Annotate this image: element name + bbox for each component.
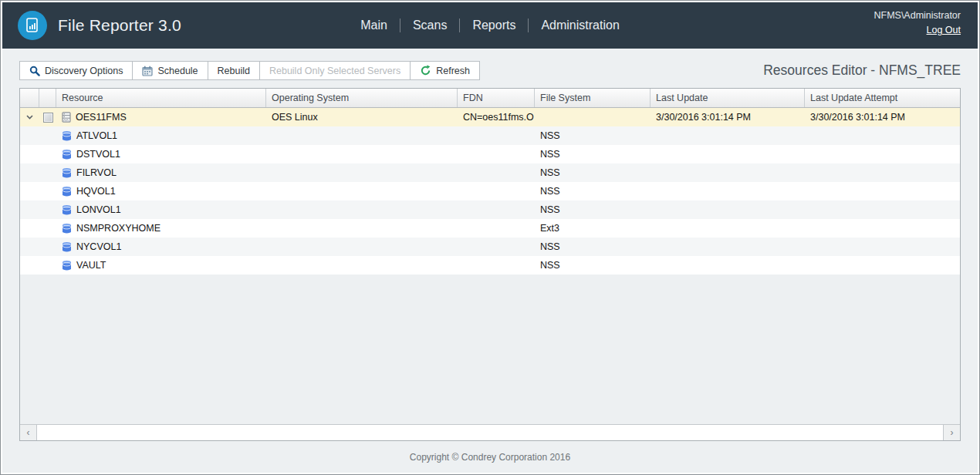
toolbar-row: Discovery Options xyxy=(19,61,961,80)
volume-icon xyxy=(62,167,72,178)
cell-file-system xyxy=(535,108,651,126)
resource-name: HQVOL1 xyxy=(76,186,116,197)
nav-item-scans[interactable]: Scans xyxy=(400,14,459,37)
cell-file-system: Ext3 xyxy=(535,219,651,238)
row-checkbox[interactable] xyxy=(43,113,53,123)
resource-name: VAULT xyxy=(76,260,106,271)
cell-fdn: CN=oes11fms.O xyxy=(458,108,535,126)
cell-file-system: NSS xyxy=(535,256,651,275)
rebuild-button[interactable]: Rebuild xyxy=(208,61,260,80)
volume-icon xyxy=(62,260,72,271)
cell-file-system: NSS xyxy=(535,126,651,145)
column-header-last-update[interactable]: Last Update xyxy=(651,89,805,107)
discovery-options-label: Discovery Options xyxy=(45,66,123,76)
column-header-fdn[interactable]: FDN xyxy=(458,89,535,107)
calendar-icon xyxy=(142,66,153,76)
cell-file-system: NSS xyxy=(535,200,651,219)
table-row-server[interactable]: OES11FMS OES Linux CN=oes11fms.O 3/30/20… xyxy=(20,108,960,126)
nav-item-main[interactable]: Main xyxy=(348,14,400,37)
cell-operating-system: OES Linux xyxy=(266,108,458,126)
server-icon xyxy=(62,112,71,123)
column-header-resource[interactable]: Resource xyxy=(56,89,266,107)
resource-name: LONVOL1 xyxy=(76,204,121,215)
table-row-volume[interactable]: DSTVOL1 NSS xyxy=(20,145,960,163)
table-row-volume[interactable]: FILRVOL NSS xyxy=(20,163,960,182)
cell-file-system: NSS xyxy=(535,182,651,200)
column-header-operating-system[interactable]: Operating System xyxy=(266,89,458,107)
resource-name: OES11FMS xyxy=(76,112,127,123)
cell-file-system: NSS xyxy=(535,145,651,163)
table-row-volume[interactable]: ATLVOL1 NSS xyxy=(20,126,960,145)
grid-header-row: Resource Operating System FDN File Syste… xyxy=(20,89,960,108)
footer: Copyright © Condrey Corporation 2016 xyxy=(2,441,978,473)
refresh-icon xyxy=(420,65,431,76)
refresh-label: Refresh xyxy=(436,66,470,76)
table-row-volume[interactable]: NSMPROXYHOME Ext3 xyxy=(20,219,960,238)
resource-name: DSTVOL1 xyxy=(76,149,120,160)
grid-empty-area xyxy=(20,275,960,424)
table-row-volume[interactable]: HQVOL1 NSS xyxy=(20,182,960,200)
resource-name: NSMPROXYHOME xyxy=(76,223,161,234)
cell-last-update: 3/30/2016 3:01:14 PM xyxy=(651,108,805,126)
cell-file-system: NSS xyxy=(535,163,651,182)
schedule-button[interactable]: Schedule xyxy=(133,61,208,80)
rebuild-label: Rebuild xyxy=(218,66,250,76)
rebuild-only-selected-servers-label: Rebuild Only Selected Servers xyxy=(269,66,400,76)
logout-link[interactable]: Log Out xyxy=(927,24,961,37)
resource-name: ATLVOL1 xyxy=(76,130,117,141)
account-area: NFMS\Administrator Log Out xyxy=(874,9,961,37)
refresh-button[interactable]: Refresh xyxy=(411,61,480,80)
cell-last-update-attempt: 3/30/2016 3:01:14 PM xyxy=(805,108,960,126)
table-row-volume[interactable]: VAULT NSS xyxy=(20,256,960,275)
resource-name: FILRVOL xyxy=(76,167,117,178)
nav-item-reports[interactable]: Reports xyxy=(460,14,528,37)
checkbox-column-header xyxy=(39,89,56,107)
resources-grid: Resource Operating System FDN File Syste… xyxy=(19,88,961,441)
expander-column-header xyxy=(20,89,39,107)
app-root: File Reporter 3.0 Main Scans Reports Adm… xyxy=(2,2,978,473)
window-frame: File Reporter 3.0 Main Scans Reports Adm… xyxy=(0,0,980,475)
scrollbar-track[interactable] xyxy=(36,425,944,440)
volume-icon xyxy=(62,130,72,141)
volume-icon xyxy=(62,186,72,197)
rebuild-only-selected-servers-button[interactable]: Rebuild Only Selected Servers xyxy=(260,61,411,80)
collapse-chevron-icon[interactable] xyxy=(26,115,33,120)
scroll-right-button[interactable]: › xyxy=(944,425,960,440)
volume-icon xyxy=(62,223,72,234)
volume-icon xyxy=(62,204,72,215)
column-header-last-update-attempt[interactable]: Last Update Attempt xyxy=(805,89,960,107)
table-row-volume[interactable]: NYCVOL1 NSS xyxy=(20,238,960,256)
column-header-file-system[interactable]: File System xyxy=(535,89,651,107)
page-title: Resources Editor - NFMS_TREE xyxy=(763,62,961,79)
resource-name: NYCVOL1 xyxy=(76,241,121,252)
main-nav: Main Scans Reports Administration xyxy=(2,2,978,49)
schedule-label: Schedule xyxy=(157,66,198,76)
horizontal-scrollbar: ‹ › xyxy=(20,424,960,440)
scroll-left-button[interactable]: ‹ xyxy=(20,425,36,440)
discovery-options-button[interactable]: Discovery Options xyxy=(19,61,133,80)
table-row-volume[interactable]: LONVOL1 NSS xyxy=(20,200,960,219)
nav-item-administration[interactable]: Administration xyxy=(529,14,631,37)
volume-icon xyxy=(62,149,72,160)
account-name: NFMS\Administrator xyxy=(874,9,961,22)
toolbar-button-group: Discovery Options xyxy=(19,61,480,80)
magnifier-icon xyxy=(29,66,40,76)
top-header: File Reporter 3.0 Main Scans Reports Adm… xyxy=(2,2,978,49)
cell-file-system: NSS xyxy=(535,238,651,256)
copyright-text: Copyright © Condrey Corporation 2016 xyxy=(410,452,570,463)
volume-icon xyxy=(62,241,72,252)
